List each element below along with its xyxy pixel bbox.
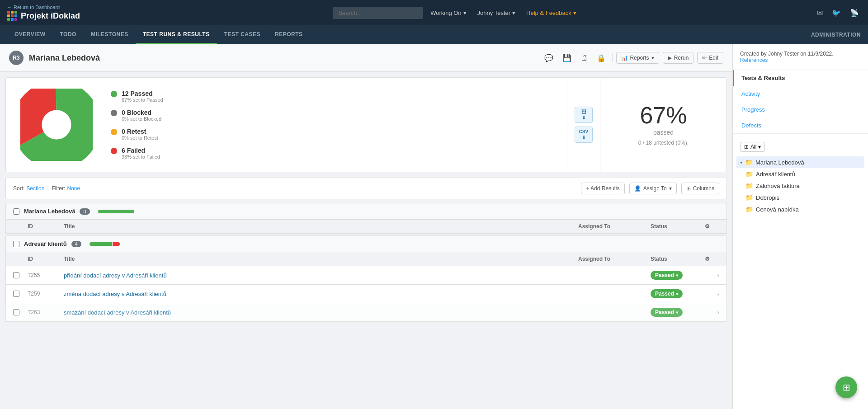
tree-item-cenova[interactable]: 📁 Cenová nabídka [736,203,864,215]
twitter-icon[interactable]: 🐦 [830,7,843,19]
project-title: Projekt iDoklad [21,11,80,21]
group-checkbox[interactable] [13,208,19,215]
assign-to-button[interactable]: 👤 Assign To ▾ [629,183,677,194]
status-badge-1[interactable]: Passed ▾ [651,289,683,298]
export-image-btn[interactable]: 🖼 ⬇ [575,107,593,123]
rss-icon[interactable]: 📡 [848,7,861,19]
stats-area: 12 Passed 67% set to Passed 0 Blocked 0%… [5,77,727,172]
sidebar-meta: Created by Johny Tester on 11/9/2022. Re… [733,44,868,70]
row-cb-0[interactable] [13,272,19,278]
filter-button[interactable]: Filter: None [52,185,80,192]
tree-item-dobropis[interactable]: 📁 Dobropis [736,192,864,203]
subnav-milestones[interactable]: MILESTONES [84,25,136,44]
tree-item-root[interactable]: ▾ 📁 Mariana Lebedová [736,156,864,168]
edit-icon: ✏ [702,55,707,61]
folder-icon-root: 📁 [745,159,753,166]
add-results-button[interactable]: + Add Results [581,183,624,194]
untested-info: 0 / 18 untested (0%). [638,140,689,146]
fab-button[interactable]: ⊞ [835,376,857,398]
reports-button[interactable]: 📊 Reports ▾ [616,52,659,64]
export-down-icon: ⬇ [582,115,586,121]
subnav-test-runs[interactable]: TEST RUNS & RESULTS [136,25,217,44]
subnav-test-cases[interactable]: TEST CASES [217,25,268,44]
passed-summary-label: passed [653,129,674,136]
user-button[interactable]: Johny Tester ▾ [474,8,519,18]
mail-icon[interactable]: ✉ [815,7,825,19]
status-badge-0[interactable]: Passed ▾ [651,271,683,280]
blocked-count: 0 Blocked [122,109,161,116]
tree-grid-icon: ⊞ [744,144,749,150]
tree-label-dobropis: Dobropis [756,194,779,201]
toolbar-save-icon[interactable]: 💾 [560,52,574,64]
retest-pct: 0% set to Retest [122,135,158,141]
toolbar-lock-icon[interactable]: 🔒 [594,52,609,64]
tree-item-adresnik[interactable]: 📁 Adresář klientů [736,168,864,180]
col-settings-icon[interactable]: ⚙ [705,223,719,230]
group-adresnik-count: 4 [71,241,81,247]
working-on-button[interactable]: Working On ▾ [427,8,470,18]
group-adresnik-checkbox[interactable] [13,241,19,247]
subnav-todo[interactable]: TODO [52,25,83,44]
subnav-reports[interactable]: REPORTS [268,25,310,44]
row-title-0[interactable]: přidání dodací adresy v Adresáři klientů [64,272,578,279]
filter-value[interactable]: None [67,185,80,192]
columns-icon: ⊞ [686,185,691,192]
row-chevron-2[interactable]: › [705,309,719,316]
help-button[interactable]: Help & Feedback ▾ [523,8,580,18]
subnav-overview[interactable]: OVERVIEW [7,25,52,44]
gcol-settings-icon[interactable]: ⚙ [705,256,719,262]
top-navigation: ← Return to Dashboard Projekt iDoklad Wo… [0,0,868,25]
gcol-title: Title [64,256,578,262]
row-chevron-1[interactable]: › [705,290,719,297]
row-chevron-0[interactable]: › [705,272,719,279]
row-title-2[interactable]: smazání dodací adresy v Adresáři klientů [64,309,578,316]
sidebar-nav: Tests & Results Activity Progress Defect… [733,70,868,134]
sort-button[interactable]: Sort: Section [13,185,44,192]
tree-all-button[interactable]: ⊞ All ▾ [740,142,765,152]
blocked-dot [111,110,117,116]
columns-button[interactable]: ⊞ Columns [681,183,719,194]
rerun-button[interactable]: ▶ Rerun [663,52,694,64]
sidebar-nav-defects[interactable]: Defects [733,118,868,133]
status-chevron-2: ▾ [676,310,678,315]
edit-button[interactable]: ✏ Edit [697,52,723,64]
row-id-1: T259 [28,291,64,297]
tree-all-chevron: ▾ [758,144,761,150]
retest-dot [111,129,117,135]
subnav-admin[interactable]: ADMINISTRATION [811,32,861,38]
csv-label: CSV [579,129,589,134]
sort-value[interactable]: Section [26,185,44,192]
filter-right: + Add Results 👤 Assign To ▾ ⊞ Columns [581,183,719,194]
run-badge: R3 [9,51,24,65]
nav-center: Working On ▾ Johny Tester ▾ Help & Feedb… [103,7,810,19]
status-badge-2[interactable]: Passed ▾ [651,308,683,317]
row-cb-2[interactable] [13,309,19,315]
csv-down-icon: ⬇ [582,135,586,141]
toolbar-actions: 💬 💾 🖨 🔒 📊 Reports ▾ ▶ Rerun ✏ Edit [542,52,723,64]
sidebar-nav-tests[interactable]: Tests & Results [733,70,868,86]
group-run-name: Mariana Lebedová [24,208,75,215]
group-adresnik-header-row: ID Title Assigned To Status ⚙ [5,252,727,266]
sidebar-nav-progress[interactable]: Progress [733,102,868,118]
passed-dot [111,91,117,97]
failed-dot [111,148,117,154]
sidebar-nav-activity[interactable]: Activity [733,86,868,102]
tree-item-zalohova[interactable]: 📁 Zálohová faktura [736,180,864,192]
tree-label-adresnik: Adresář klientů [756,171,795,178]
left-content: R3 Mariana Lebedová 💬 💾 🖨 🔒 📊 Reports ▾ … [0,44,732,409]
failed-count: 6 Failed [122,147,160,154]
group-run-header: Mariana Lebedová 0 [5,203,727,220]
tree-controls: ⊞ All ▾ [736,139,864,155]
search-input[interactable] [333,7,423,19]
row-title-1[interactable]: změna dodací adresy v Adresáři klientů [64,291,578,297]
row-cb-1[interactable] [13,291,19,297]
toolbar-print-icon[interactable]: 🖨 [578,52,590,64]
back-link[interactable]: ← Return to Dashboard [7,5,80,10]
subnav-right: ADMINISTRATION [811,25,861,44]
export-csv-btn[interactable]: CSV ⬇ [575,127,593,143]
toolbar-share-icon[interactable]: 💬 [542,52,556,64]
references-link[interactable]: References [740,57,768,63]
app-grid-icon [7,11,17,21]
right-sidebar: Created by Johny Tester on 11/9/2022. Re… [732,44,868,409]
svg-point-2 [42,110,71,139]
